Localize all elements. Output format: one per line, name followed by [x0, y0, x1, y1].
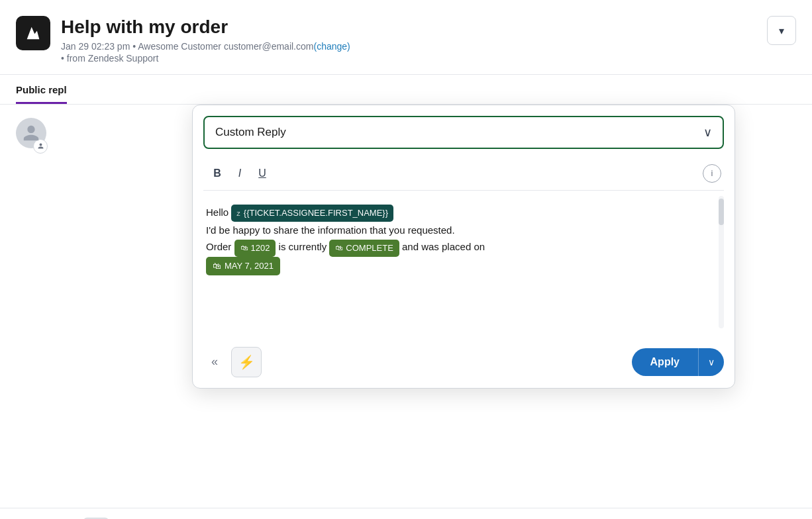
editor-order-prefix: Order	[206, 241, 234, 252]
dropdown-label: Custom Reply	[215, 126, 286, 139]
assignee-token-text: {{TICKET.ASSIGNEE.FIRST_NAME}}	[244, 206, 388, 220]
popup-bottom-left: « ⚡	[203, 347, 262, 377]
content-area: Custom Reply ∨ B I U i Hello z {{TICKET.…	[0, 105, 812, 519]
tab-public-reply[interactable]: Public repl	[16, 75, 67, 104]
avatar-icon	[22, 124, 40, 142]
apply-chevron-button[interactable]: ∨	[698, 348, 724, 376]
ticket-meta-text: Jan 29 02:23 pm • Awesome Customer custo…	[61, 41, 313, 52]
lightning-button[interactable]: ⚡	[231, 347, 262, 377]
zendesk-z-icon: z	[236, 207, 240, 220]
header-text: Help with my order Jan 29 02:23 pm • Awe…	[61, 16, 350, 64]
scrollbar-thumb[interactable]	[719, 199, 724, 225]
avatar-wrapper	[16, 118, 48, 154]
collapse-icon: «	[211, 355, 218, 369]
badge-person-icon	[36, 142, 45, 150]
shopify-bag-icon-3: 🛍	[213, 259, 221, 273]
lightning-icon: ⚡	[238, 354, 255, 370]
underline-button[interactable]: U	[251, 162, 274, 185]
token-order-number: 🛍 1202	[234, 240, 276, 257]
header-meta: Jan 29 02:23 pm • Awesome Customer custo…	[61, 41, 350, 64]
shopify-bag-icon-2: 🛍	[335, 242, 342, 254]
ticket-container: Help with my order Jan 29 02:23 pm • Awe…	[0, 0, 812, 519]
info-button[interactable]: i	[703, 164, 721, 183]
toolbar-right: i	[703, 164, 721, 183]
header-chevron-icon: ▾	[779, 24, 784, 37]
apply-chevron-icon: ∨	[708, 357, 715, 367]
bottom-toolbar: T 📎 S	[0, 508, 812, 519]
date-text: MAY 7, 2021	[225, 259, 274, 273]
editor-line-1: Hello z {{TICKET.ASSIGNEE.FIRST_NAME}}	[206, 204, 721, 222]
editor-line-4: 🛍 MAY 7, 2021	[206, 257, 721, 275]
avatar-column	[16, 118, 48, 519]
app-logo	[16, 16, 50, 50]
bold-button[interactable]: B	[206, 162, 228, 185]
status-text: COMPLETE	[346, 241, 393, 256]
apply-button-group: Apply ∨	[632, 348, 724, 376]
ticket-header: Help with my order Jan 29 02:23 pm • Awe…	[0, 0, 812, 75]
shopify-bag-icon: 🛍	[240, 242, 248, 254]
editor-line-3: Order 🛍 1202 is currently 🛍 COMPLETE and…	[206, 238, 721, 256]
logo-icon	[24, 24, 42, 42]
reply-tab-label: Public repl	[16, 84, 67, 95]
token-status: 🛍 COMPLETE	[329, 240, 399, 257]
header-left: Help with my order Jan 29 02:23 pm • Awe…	[16, 16, 350, 64]
header-dropdown-button[interactable]: ▾	[767, 16, 796, 45]
popup-bottom: « ⚡ Apply ∨	[203, 339, 724, 377]
scrollbar-track[interactable]	[719, 196, 724, 328]
reply-tab-area: Public repl	[0, 75, 812, 105]
editor-line-2: I'd be happy to share the information th…	[206, 222, 721, 239]
editor-placed-on: and was placed on	[402, 241, 485, 252]
editor-line2-text: I'd be happy to share the information th…	[206, 224, 455, 236]
italic-button[interactable]: I	[228, 162, 251, 185]
token-assignee: z {{TICKET.ASSIGNEE.FIRST_NAME}}	[231, 205, 393, 222]
change-link[interactable]: (change)	[313, 41, 350, 52]
editor-body[interactable]: Hello z {{TICKET.ASSIGNEE.FIRST_NAME}} I…	[203, 196, 724, 328]
custom-reply-dropdown[interactable]: Custom Reply ∨	[203, 116, 724, 149]
collapse-button[interactable]: «	[203, 351, 226, 373]
editor-status-mid: is currently	[279, 241, 330, 252]
editor-hello-text: Hello	[206, 207, 231, 218]
from-zendesk: • from Zendesk Support	[61, 53, 350, 64]
popup-panel: Custom Reply ∨ B I U i Hello z {{TICKET.…	[192, 105, 735, 389]
format-toolbar: B I U i	[203, 157, 724, 191]
apply-button[interactable]: Apply	[632, 348, 698, 376]
ticket-title: Help with my order	[61, 16, 350, 38]
order-number-text: 1202	[251, 241, 270, 256]
token-date: 🛍 MAY 7, 2021	[206, 257, 280, 275]
dropdown-chevron-icon: ∨	[703, 125, 712, 140]
